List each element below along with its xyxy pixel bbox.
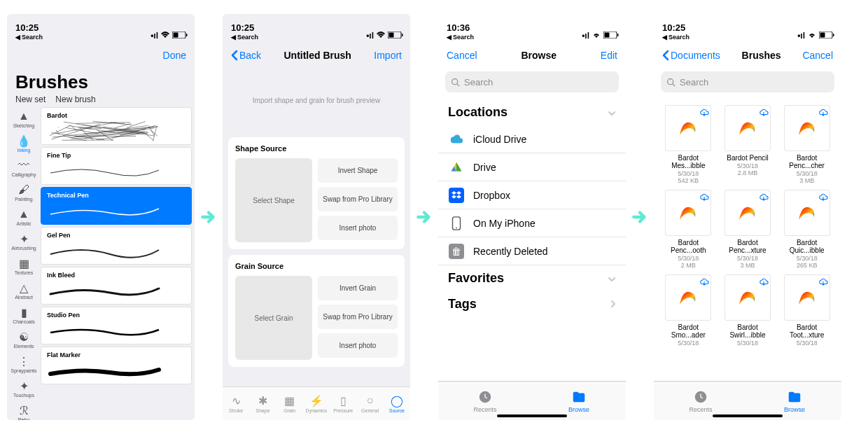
- file-thumbnail: [784, 190, 830, 236]
- location-row[interactable]: On My iPhone: [438, 209, 626, 237]
- sidebar-cat-textures[interactable]: ▦Textures: [7, 254, 41, 279]
- cancel-button[interactable]: Cancel: [802, 50, 833, 61]
- file-item[interactable]: Bardot Penc...xture5/30/183 MB: [720, 190, 776, 269]
- status-icons: •ıl: [582, 31, 619, 41]
- svg-rect-56: [833, 34, 834, 36]
- brush-item[interactable]: Flat Marker: [41, 347, 192, 384]
- cat-icon: ✦: [18, 233, 29, 244]
- file-grid[interactable]: Bardot Mes...ibble5/30/18542 KBBardot Pe…: [654, 99, 841, 381]
- brush-item[interactable]: Bardot: [41, 107, 192, 145]
- select-grain-button[interactable]: Select Grain: [235, 276, 312, 360]
- file-item[interactable]: Bardot Penc...cher5/30/183 MB: [779, 105, 834, 184]
- status-time: 10:25: [662, 22, 690, 33]
- sidebar-cat-touchups[interactable]: ✦Touchups: [7, 377, 41, 401]
- sidebar-cat-spraypaints[interactable]: ⋮Spraypaints: [7, 352, 41, 377]
- favorites-header[interactable]: Favorites: [438, 265, 626, 291]
- file-item[interactable]: Bardot Smo...ader5/30/18: [661, 274, 716, 347]
- arrow-icon: [630, 14, 650, 420]
- sidebar-cat-retro[interactable]: ℛRetro: [7, 401, 41, 420]
- status-bar: 10:36 ◀ Search •ıl: [438, 14, 626, 42]
- invert-grain-button[interactable]: Invert Grain: [318, 276, 398, 300]
- file-thumbnail: [665, 190, 711, 236]
- sidebar-cat-abstract[interactable]: △Abstract: [7, 279, 41, 303]
- search-input[interactable]: Search: [445, 71, 619, 92]
- svg-line-19: [50, 125, 71, 136]
- brush-stroke-preview: [47, 120, 186, 141]
- file-thumbnail: [784, 105, 830, 151]
- brush-category-sidebar: ▲Sketching💧Inking〰Calligraphy🖌Painting▲A…: [7, 107, 41, 420]
- status-bar: 10:25 ◀ Search •ıl: [223, 14, 410, 42]
- insert-photo-grain-button[interactable]: Insert photo: [318, 333, 398, 358]
- file-item[interactable]: Bardot Toot...xture5/30/18: [779, 274, 834, 347]
- location-row[interactable]: Drive: [438, 153, 626, 181]
- swap-shape-button[interactable]: Swap from Pro Library: [318, 187, 398, 211]
- cloud-download-icon: [759, 107, 769, 117]
- cat-icon: ✦: [18, 380, 29, 391]
- status-back-search[interactable]: ◀ Search: [231, 34, 258, 41]
- cancel-button[interactable]: Cancel: [447, 50, 477, 61]
- brush-item[interactable]: Technical Pen: [41, 187, 192, 225]
- file-item[interactable]: Bardot Mes...ibble5/30/18542 KB: [661, 105, 716, 184]
- location-row[interactable]: Dropbox: [438, 181, 626, 209]
- tab-source[interactable]: ◯Source: [384, 387, 410, 420]
- status-back-search[interactable]: ◀ Search: [447, 34, 474, 41]
- tab-dynamics[interactable]: ⚡Dynamics: [303, 387, 330, 420]
- cat-icon: △: [18, 282, 29, 293]
- brush-list[interactable]: BardotFine TipTechnical PenGel PenInk Bl…: [41, 107, 195, 420]
- sidebar-cat-airbrushing[interactable]: ✦Airbrushing: [7, 230, 41, 254]
- brush-item[interactable]: Ink Bleed: [41, 267, 192, 305]
- tab-pressure[interactable]: ▯Pressure: [330, 387, 356, 420]
- cat-icon: ▲: [18, 209, 29, 220]
- sidebar-cat-sketching[interactable]: ▲Sketching: [7, 107, 41, 132]
- locations-header[interactable]: Locations: [438, 99, 626, 125]
- sidebar-cat-artistic[interactable]: ▲Artistic: [7, 205, 41, 230]
- file-item[interactable]: Bardot Swirl...ibble5/30/18: [720, 274, 776, 347]
- cloud-download-icon: [818, 277, 828, 286]
- back-button[interactable]: Back: [231, 50, 261, 61]
- brush-item[interactable]: Studio Pen: [41, 307, 192, 344]
- done-button[interactable]: Done: [163, 50, 186, 61]
- brush-tabs: ∿Stroke✱Shape▦Grain⚡Dynamics▯Pressure○Ge…: [223, 386, 410, 420]
- tab-icon: ⚡: [310, 394, 323, 407]
- chevron-down-icon: [608, 271, 616, 286]
- status-back-search[interactable]: ◀ Search: [662, 34, 690, 41]
- brush-item[interactable]: Fine Tip: [41, 147, 192, 185]
- cat-icon: 💧: [18, 135, 29, 146]
- swap-grain-button[interactable]: Swap from Pro Library: [318, 305, 398, 329]
- file-item[interactable]: Bardot Quic...ibble5/30/18265 KB: [779, 190, 834, 269]
- back-button[interactable]: Documents: [662, 50, 720, 61]
- status-icons: •ıl: [797, 31, 834, 41]
- invert-shape-button[interactable]: Invert Shape: [318, 158, 398, 183]
- new-brush-button[interactable]: New brush: [55, 95, 95, 104]
- wifi-icon: [807, 31, 817, 41]
- tab-general[interactable]: ○General: [356, 387, 383, 420]
- tags-header[interactable]: Tags: [438, 291, 626, 317]
- sidebar-cat-charcoals[interactable]: ▮Charcoals: [7, 303, 41, 328]
- tab-grain[interactable]: ▦Grain: [276, 387, 303, 420]
- insert-photo-shape-button[interactable]: Insert photo: [318, 216, 398, 240]
- edit-button[interactable]: Edit: [601, 50, 617, 61]
- search-input[interactable]: Search: [661, 71, 834, 92]
- cat-icon: ▲: [18, 111, 29, 122]
- tab-stroke[interactable]: ∿Stroke: [223, 387, 249, 420]
- brush-stroke-preview: [47, 200, 186, 221]
- location-row[interactable]: 🗑Recently Deleted: [438, 237, 626, 265]
- tab-shape[interactable]: ✱Shape: [249, 387, 276, 420]
- import-button[interactable]: Import: [374, 50, 402, 61]
- sidebar-cat-painting[interactable]: 🖌Painting: [7, 181, 41, 205]
- file-item[interactable]: Bardot Penc...ooth5/30/182 MB: [661, 190, 716, 269]
- sidebar-cat-inking[interactable]: 💧Inking: [7, 132, 41, 156]
- status-back-search[interactable]: ◀ Search: [15, 34, 43, 41]
- home-indicator[interactable]: [713, 414, 783, 417]
- sidebar-cat-calligraphy[interactable]: 〰Calligraphy: [7, 156, 41, 181]
- cloud-download-icon: [818, 192, 828, 202]
- tab-icon: ○: [364, 394, 377, 407]
- select-shape-button[interactable]: Select Shape: [235, 158, 312, 242]
- new-set-button[interactable]: New set: [15, 95, 46, 104]
- location-icon: [448, 215, 465, 232]
- sidebar-cat-elements[interactable]: ☯Elements: [7, 328, 41, 352]
- file-item[interactable]: Bardot Pencil5/30/182.8 MB: [720, 105, 776, 184]
- home-indicator[interactable]: [497, 414, 567, 417]
- brush-item[interactable]: Gel Pen: [41, 227, 192, 265]
- location-row[interactable]: iCloud Drive: [438, 125, 626, 153]
